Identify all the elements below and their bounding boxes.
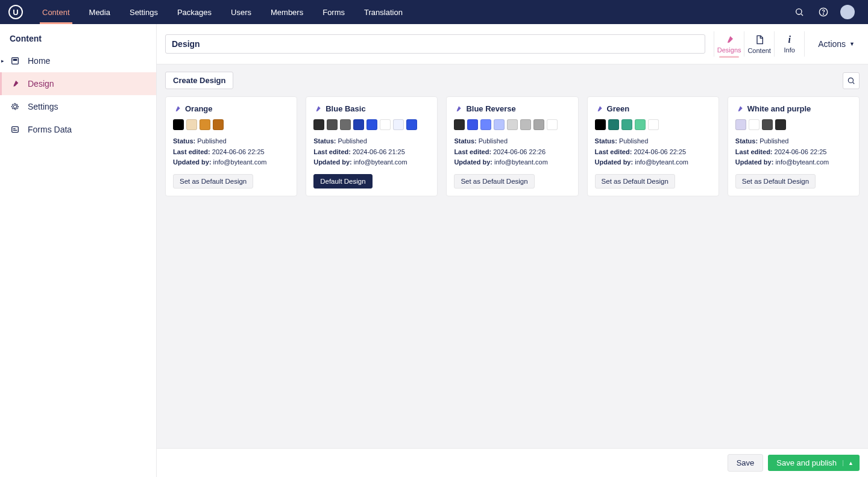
app-tabs: DesignsContentiInfo [714,31,805,57]
card-meta: Status: PublishedLast edited: 2024-06-06… [173,136,289,168]
set-default-button[interactable]: Set as Default Design [173,174,253,189]
publish-label: Save and publish [776,458,837,467]
svg-rect-7 [13,128,16,129]
color-swatch [313,119,324,130]
svg-point-0 [796,9,802,14]
nav-settings[interactable]: Settings [120,0,168,24]
color-swatch [454,119,465,130]
card-name: Orange [185,104,213,113]
color-swatch [520,119,531,130]
color-swatch [648,119,659,130]
design-card: Blue BasicStatus: PublishedLast edited: … [306,96,438,196]
tab-info[interactable]: iInfo [775,31,805,57]
save-and-publish-button[interactable]: Save and publish ▲ [768,455,860,471]
nav-items: ContentMediaSettingsPackagesUsersMembers… [33,0,412,24]
card-meta: Status: PublishedLast edited: 2024-06-06… [454,136,570,168]
actions-dropdown[interactable]: Actions ▼ [813,39,860,49]
card-title: White and purple [735,104,852,113]
color-swatch [635,119,646,130]
card-title: Orange [173,104,289,113]
sidebar-header: Content [0,24,156,49]
nav-translation[interactable]: Translation [354,0,412,24]
tab-label: Designs [717,46,741,54]
color-swatch [353,119,364,130]
color-swatch [621,119,632,130]
main-area: DesignsContentiInfo Actions ▼ Create Des… [157,24,868,477]
sidebar-item-label: Design [28,79,54,89]
color-swatch [735,119,746,130]
sidebar: Content ▸HomeDesignSettingsForms Data [0,24,157,477]
card-title: Green [595,104,711,113]
color-swatch [213,119,224,130]
tab-label: Info [784,46,794,54]
footer-bar: Save Save and publish ▲ [157,448,868,477]
info-icon: i [788,34,790,45]
avatar-icon [840,5,855,19]
actions-label: Actions [818,39,846,49]
color-swatch [608,119,619,130]
sidebar-item-label: Settings [28,102,58,111]
color-swatch [762,119,773,130]
logo: U [8,5,23,19]
nav-content[interactable]: Content [33,0,80,24]
nav-packages[interactable]: Packages [168,0,221,24]
color-swatch [775,119,786,130]
brush-icon [595,105,603,113]
tab-designs[interactable]: Designs [714,31,744,57]
card-name: Green [607,104,630,113]
content-area: Create Design OrangeStatus: PublishedLas… [157,64,868,477]
svg-line-1 [801,14,803,16]
card-meta: Status: PublishedLast edited: 2024-06-06… [735,136,852,168]
design-card: OrangeStatus: PublishedLast edited: 2024… [165,96,297,196]
svg-rect-6 [12,126,19,132]
expand-caret-icon[interactable]: ▸ [1,58,4,64]
designs-icon [724,34,735,45]
tab-content[interactable]: Content [744,31,775,57]
color-swatch [380,119,391,130]
color-swatch [533,119,544,130]
color-swatch [173,119,184,130]
save-button[interactable]: Save [728,454,764,472]
create-design-button[interactable]: Create Design [165,72,233,89]
color-swatch [393,119,404,130]
forms-icon [10,124,20,135]
color-swatch [366,119,377,130]
nav-media[interactable]: Media [80,0,120,24]
color-swatch [749,119,760,130]
nav-members[interactable]: Members [261,0,313,24]
nav-forms[interactable]: Forms [313,0,354,24]
sidebar-item-settings[interactable]: Settings [0,95,156,118]
svg-rect-8 [13,130,17,131]
svg-rect-5 [13,59,16,60]
svg-point-9 [848,78,853,83]
swatches [595,119,711,130]
search-icon[interactable] [787,0,811,24]
sidebar-item-home[interactable]: ▸Home [0,49,156,72]
svg-point-3 [823,14,823,14]
content-icon [755,34,764,46]
swatches [735,119,852,130]
nav-users[interactable]: Users [221,0,261,24]
brush-icon [10,78,20,89]
set-default-button[interactable]: Set as Default Design [595,174,675,189]
set-default-button[interactable]: Set as Default Design [454,174,534,189]
user-avatar[interactable] [835,0,860,24]
sidebar-item-forms-data[interactable]: Forms Data [0,118,156,141]
brush-icon [173,105,181,113]
swatches [313,119,430,130]
card-title: Blue Basic [313,104,430,113]
svg-line-10 [853,82,855,84]
design-card: GreenStatus: PublishedLast edited: 2024-… [587,96,719,196]
set-default-button[interactable]: Set as Default Design [735,174,816,189]
color-swatch [186,119,197,130]
card-meta: Status: PublishedLast edited: 2024-06-06… [595,136,711,168]
sidebar-item-design[interactable]: Design [0,72,156,95]
color-swatch [494,119,505,130]
search-button[interactable] [843,72,860,89]
page-title-input[interactable] [165,34,705,54]
swatches [173,119,289,130]
help-icon[interactable] [811,0,835,24]
tab-label: Content [747,47,771,54]
card-title: Blue Reverse [454,104,570,113]
card-name: Blue Reverse [466,104,515,113]
